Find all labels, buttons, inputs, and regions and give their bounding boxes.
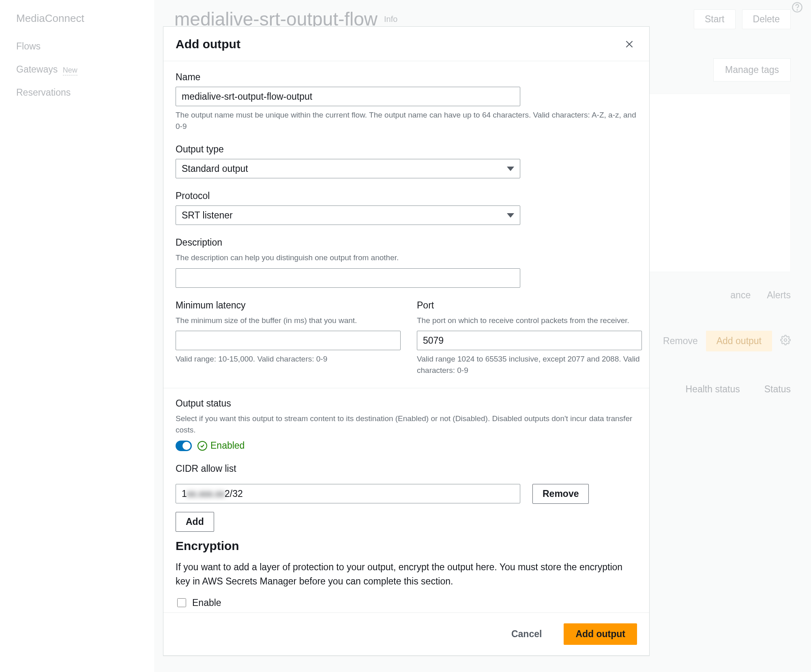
close-button[interactable]	[622, 36, 637, 52]
delete-button[interactable]: Delete	[742, 9, 791, 29]
protocol-label: Protocol	[176, 190, 637, 201]
name-label: Name	[176, 72, 637, 83]
min-latency-input[interactable]	[176, 331, 401, 350]
cidr-input[interactable]: 1 xx.xxx.xx 2/32	[176, 484, 520, 503]
min-latency-sublabel: The minimum size of the buffer (in ms) t…	[176, 315, 401, 326]
page-info-link[interactable]: Info	[384, 15, 397, 24]
add-output-modal: Add output Name The output name must be …	[163, 26, 650, 656]
cidr-value-suffix: 2/32	[225, 488, 243, 499]
port-help: Valid range 1024 to 65535 inclusive, exc…	[417, 353, 642, 376]
cidr-label: CIDR allow list	[176, 463, 637, 474]
encryption-description: If you want to add a layer of protection…	[176, 560, 637, 588]
sidebar: MediaConnect Flows Gateways New Reservat…	[0, 0, 154, 672]
encryption-enable-label: Enable	[192, 597, 221, 608]
output-type-value: Standard output	[182, 163, 248, 174]
field-min-latency: Minimum latency The minimum size of the …	[176, 300, 401, 376]
output-status-sublabel: Select if you want this output to stream…	[176, 413, 637, 435]
caret-down-icon	[507, 213, 514, 218]
new-badge: New	[63, 66, 77, 75]
add-output-submit-button[interactable]: Add output	[564, 623, 637, 645]
name-help: The output name must be unique within th…	[176, 109, 637, 132]
name-input[interactable]	[176, 87, 520, 106]
start-button[interactable]: Start	[694, 9, 736, 29]
description-sublabel: The description can help you distinguish…	[176, 252, 637, 263]
help-icon[interactable]	[792, 2, 803, 15]
svg-point-2	[784, 338, 787, 341]
cidr-remove-button[interactable]: Remove	[532, 484, 589, 504]
protocol-value: SRT listener	[182, 210, 233, 221]
encryption-enable-input[interactable]	[177, 598, 186, 607]
output-status-toggle[interactable]	[176, 441, 192, 451]
output-type-select[interactable]: Standard output	[176, 159, 520, 178]
field-cidr: CIDR allow list 1 xx.xxx.xx 2/32 Remove …	[176, 463, 637, 532]
add-output-button-bg[interactable]: Add output	[706, 331, 772, 351]
gear-icon[interactable]	[780, 335, 791, 348]
encryption-enable-checkbox[interactable]: Enable	[176, 597, 637, 608]
service-name: MediaConnect	[16, 12, 138, 25]
protocol-select[interactable]: SRT listener	[176, 205, 520, 225]
min-latency-help: Valid range: 10-15,000. Valid characters…	[176, 353, 401, 365]
divider	[163, 388, 649, 388]
manage-tags-button[interactable]: Manage tags	[713, 58, 791, 81]
col-health-status: Health status	[686, 384, 740, 395]
remove-output-link[interactable]: Remove	[663, 336, 698, 347]
caret-down-icon	[507, 167, 514, 171]
description-input[interactable]	[176, 268, 520, 288]
status-badge: Enabled	[197, 440, 245, 451]
sidebar-item-reservations[interactable]: Reservations	[16, 87, 138, 98]
field-description: Description The description can help you…	[176, 237, 637, 288]
port-input[interactable]	[417, 331, 642, 350]
cancel-button[interactable]: Cancel	[500, 624, 553, 644]
check-circle-icon	[197, 441, 207, 451]
cidr-add-button[interactable]: Add	[176, 512, 214, 532]
modal-title: Add output	[176, 37, 240, 51]
sidebar-item-label: Gateways	[16, 64, 58, 75]
sidebar-item-gateways[interactable]: Gateways New	[16, 64, 138, 75]
cidr-value-prefix: 1	[182, 488, 187, 499]
min-latency-label: Minimum latency	[176, 300, 401, 311]
tab-alerts[interactable]: Alerts	[767, 284, 791, 306]
output-type-label: Output type	[176, 144, 637, 155]
field-output-type: Output type Standard output	[176, 144, 637, 178]
output-status-label: Output status	[176, 398, 637, 409]
sidebar-item-flows[interactable]: Flows	[16, 41, 138, 52]
port-label: Port	[417, 300, 642, 311]
description-label: Description	[176, 237, 637, 248]
port-sublabel: The port on which to receive control pac…	[417, 315, 642, 326]
encryption-heading: Encryption	[176, 539, 637, 553]
cidr-value-redacted: xx.xxx.xx	[187, 488, 225, 499]
field-output-status: Output status Select if you want this ou…	[176, 398, 637, 451]
svg-point-1	[797, 10, 797, 10]
field-protocol: Protocol SRT listener	[176, 190, 637, 225]
field-name: Name The output name must be unique with…	[176, 72, 637, 132]
tab-maintenance[interactable]: ance	[730, 284, 751, 306]
close-icon	[624, 45, 635, 51]
field-port: Port The port on which to receive contro…	[417, 300, 642, 376]
col-status: Status	[764, 384, 791, 395]
output-status-value: Enabled	[210, 440, 245, 451]
